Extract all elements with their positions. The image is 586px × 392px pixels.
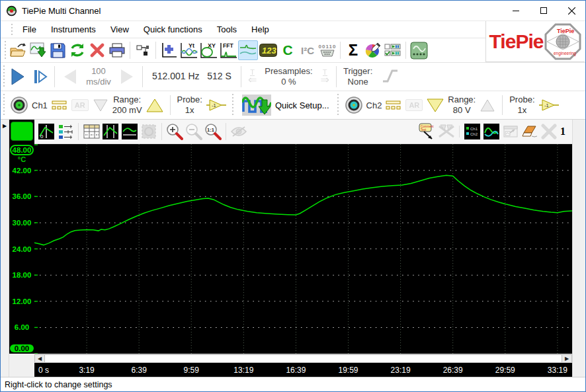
ch1-bnc-icon[interactable] [11,97,28,114]
ch2-bnc-icon[interactable] [345,97,362,114]
zoom-one-to-one-button[interactable]: 1:1 [204,122,222,141]
y-axis-label[interactable]: 30.00 [9,219,34,227]
ch1-probe-button[interactable]: -1 [206,98,226,112]
close-button[interactable] [558,1,585,20]
xy-graph-button[interactable]: XY [198,40,218,60]
trace-ch1[interactable] [34,175,572,245]
delete-comment-button[interactable] [437,122,456,141]
toolbar-separator [241,66,241,87]
horizontal-cursors-button[interactable] [120,122,139,141]
sample-frequency-display[interactable]: 512.001 Hz 512 S [146,71,238,83]
scrollbar-thumb[interactable] [45,354,562,364]
scroll-left-button[interactable]: ◀ [34,354,45,364]
menu-item-quick-functions[interactable]: Quick functions [137,22,209,36]
serial-port-button[interactable]: 00110 [317,40,337,60]
active-graph-button[interactable] [238,40,258,60]
object-tree-expander[interactable]: ▶ [1,120,9,377]
zoom-out-icon [185,123,202,140]
ch2-range-display: Range: 80 V [448,95,476,116]
ch2-autorange-button[interactable]: AR [405,99,423,111]
c-compiler-button[interactable]: C [278,40,298,60]
start-button[interactable] [7,65,29,88]
menu-item-file[interactable]: File [16,22,43,36]
program-list-button[interactable] [383,40,403,60]
save-button[interactable] [48,40,67,60]
y-axis-label[interactable]: 36.00 [9,192,34,200]
open-in-window-button[interactable] [501,122,520,141]
ch1-coupling-icon[interactable] [52,100,67,110]
sum-button[interactable]: Σ [343,40,363,60]
scroll-right-button[interactable]: ▶ [562,354,572,364]
timebase-decrease-button[interactable] [58,65,81,88]
timebase-increase-button[interactable] [116,65,140,88]
clear-graph-button[interactable] [540,122,558,141]
axis-channel-button[interactable] [11,122,33,141]
brand-panel: TiePie TiePie engineering [485,21,585,62]
source-axes-button[interactable] [56,122,75,141]
add-comment-button[interactable]: Comment Text [418,122,437,141]
menu-item-view[interactable]: View [104,22,136,36]
ch1-autorange-button[interactable]: AR [71,99,89,111]
ch1-range-up-button[interactable] [146,98,163,113]
meter-display-button[interactable]: 123 [258,40,278,60]
eraser-button[interactable] [521,122,539,141]
instrument-button[interactable] [409,40,429,60]
trigger-display[interactable]: Trigger: None [339,66,376,88]
y-axis-label[interactable]: 6.00 [9,323,34,331]
presamples-increase-button[interactable]: T ⇒ [317,69,333,85]
menu-item-help[interactable]: Help [245,22,276,36]
quick-setup-button[interactable]: Quick Setup... [236,93,335,118]
object-tree-button[interactable] [133,40,153,60]
y-axis-label[interactable]: 48.00 [10,145,34,155]
ch2-probe-button[interactable]: -1 [539,98,559,112]
data-table-button[interactable] [82,122,101,141]
ch2-range-up-button[interactable] [480,98,495,112]
menu-item-instruments[interactable]: Instruments [44,22,103,36]
waveform-view-button[interactable] [482,122,501,141]
waveform-view-icon [483,124,499,139]
yt-graph-button[interactable]: Yt [179,40,198,60]
axis-origin-button[interactable]: 0 [37,122,56,141]
y-axis-label[interactable]: 18.00 [9,271,34,279]
svg-text:-1: -1 [212,102,216,108]
legend-icon: Ch1 Ch2 [464,124,480,139]
open-button[interactable] [8,40,28,60]
import-data-button[interactable] [28,40,48,60]
presamples-display[interactable]: Presamples: 0 % [261,66,316,88]
minimize-button[interactable] [502,1,530,20]
ch2-coupling-icon[interactable] [386,100,401,110]
trigger-slope-button[interactable] [376,69,404,85]
fft-graph-button[interactable]: FFT [218,40,238,60]
ch1-range-down-button[interactable] [93,98,108,112]
x-axis-label: 3:19 [79,366,94,375]
timebase-display[interactable]: 100 ms/div [81,66,116,88]
y-axis-label[interactable]: 12.00 [9,297,34,305]
record-length: 512 S [207,71,231,81]
ch2-range-down-button[interactable] [427,98,444,113]
y-axis-label[interactable]: 42.00 [9,167,34,175]
plot-area[interactable] [34,144,572,354]
refresh-button[interactable] [67,40,87,60]
object-tree-icon [136,43,150,58]
delete-button[interactable] [87,40,107,60]
menu-item-tools[interactable]: Tools [210,22,243,36]
legend-button[interactable]: Ch1 Ch2 [463,122,481,141]
presamples-decrease-button[interactable]: T ⇐ [244,69,261,85]
i2c-button[interactable]: I²C [298,40,317,60]
zoom-in-button[interactable] [165,122,184,141]
horizontal-scrollbar[interactable]: ◀ ▶ [34,354,572,364]
x-axis-label: 19:59 [338,366,358,375]
add-graph-button[interactable] [159,40,179,60]
trigger-label: Trigger: [343,66,372,77]
vertical-cursors-button[interactable] [101,122,120,141]
y-axis-label[interactable]: 24.00 [9,245,34,253]
zoom-out-button[interactable] [185,122,203,141]
y-axis-label[interactable]: 0.00 [10,344,34,352]
maximize-button[interactable] [530,1,558,20]
toolbar-separator [405,42,406,59]
hide-source-button[interactable] [230,122,248,141]
print-button[interactable] [107,40,127,60]
color-scheme-button[interactable] [363,40,383,60]
zoom-region-button[interactable] [140,122,158,141]
oneshot-button[interactable] [29,65,52,88]
